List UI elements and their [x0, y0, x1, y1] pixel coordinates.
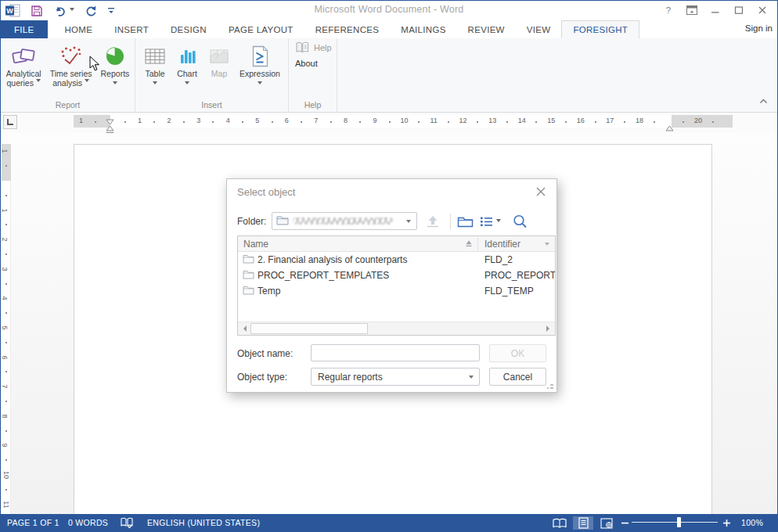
- scroll-right-button[interactable]: [542, 322, 555, 335]
- tab-insert[interactable]: INSERT: [103, 20, 160, 38]
- ruler-number: 18: [636, 117, 643, 124]
- ribbon-group-label: Insert: [135, 100, 288, 110]
- tab-home[interactable]: HOME: [54, 20, 104, 38]
- collapse-ribbon-button[interactable]: [759, 93, 768, 107]
- folder-icon: [243, 286, 254, 297]
- ruler-tick: [5, 195, 7, 196]
- sign-in-link[interactable]: Sign in: [745, 23, 773, 33]
- object-type-dropdown[interactable]: Regular reports: [311, 368, 480, 386]
- horizontal-scrollbar[interactable]: [238, 322, 555, 335]
- dialog-close-button[interactable]: [535, 185, 547, 198]
- web-layout-button[interactable]: [596, 516, 617, 530]
- new-folder-button[interactable]: [457, 214, 474, 229]
- ruler-number: 1: [79, 117, 83, 124]
- chevron-down-icon: [36, 79, 41, 84]
- ribbon-group-insert: TableChartMapExpressionInsert: [135, 38, 289, 112]
- ruler-row: 112345678910111213141516171820: [1, 113, 777, 133]
- page-count-status[interactable]: PAGE 1 OF 1: [7, 518, 59, 527]
- tab-view[interactable]: VIEW: [516, 20, 562, 38]
- scrollbar-thumb[interactable]: [250, 323, 368, 334]
- column-header-identifier[interactable]: Identifier: [484, 239, 520, 250]
- maximize-button[interactable]: [727, 2, 751, 19]
- header-filter-arrow-icon[interactable]: [545, 243, 549, 248]
- about-menu-item[interactable]: About: [292, 57, 337, 70]
- scroll-left-button[interactable]: [238, 322, 251, 335]
- list-item[interactable]: TempFLD_TEMP: [238, 283, 555, 299]
- ruler-number: 10: [2, 471, 10, 479]
- tab-page-layout[interactable]: PAGE LAYOUT: [218, 20, 304, 38]
- folder-dropdown[interactable]: [272, 212, 417, 230]
- ruler-tick: [124, 121, 126, 123]
- tab-review[interactable]: REVIEW: [457, 20, 516, 38]
- object-name-input[interactable]: [311, 344, 480, 361]
- list-rows: 2. Financial analysis of counterpartsFLD…: [238, 252, 555, 299]
- ruler-tick: [359, 121, 361, 123]
- ruler-tick: [595, 121, 596, 123]
- ruler-number: 15: [547, 117, 555, 124]
- list-view-button[interactable]: [479, 214, 501, 229]
- ruler-number: 11: [430, 117, 437, 124]
- zoom-percentage[interactable]: 100%: [741, 518, 763, 527]
- ruler-number: 3: [196, 117, 200, 124]
- help-button[interactable]: ?: [657, 2, 680, 19]
- triangle-right-icon: [546, 325, 553, 332]
- chevron-down-icon: [153, 81, 157, 87]
- sort-ascending-icon: [465, 239, 473, 250]
- ribbon-display-options-button[interactable]: [680, 2, 704, 19]
- expression-icon: [248, 45, 272, 68]
- vertical-ruler[interactable]: 11234567891011: [2, 144, 11, 516]
- list-item[interactable]: PROC_REPORT_TEMPLATESPROC_REPORT_TE: [238, 268, 555, 283]
- analytical-queries-button[interactable]: Analyticalqueries: [2, 42, 45, 89]
- ribbon-group-label: Report: [1, 100, 135, 110]
- proofing-status-icon[interactable]: [117, 516, 137, 530]
- chevron-down-icon: [406, 220, 411, 225]
- column-header-name[interactable]: Name: [243, 239, 268, 250]
- print-layout-button[interactable]: [573, 516, 593, 530]
- tab-design[interactable]: DESIGN: [160, 20, 218, 38]
- chevron-down-icon: [85, 79, 89, 84]
- column-divider[interactable]: [477, 238, 478, 250]
- time-series-analysis-button[interactable]: Time seriesanalysis: [46, 42, 96, 89]
- ruler-number: 12: [459, 117, 467, 124]
- minimize-button[interactable]: [704, 2, 727, 19]
- read-mode-button[interactable]: [549, 516, 570, 530]
- tab-stop-selector[interactable]: [3, 115, 17, 129]
- word-count-status[interactable]: 0 WORDS: [68, 518, 108, 527]
- zoom-in-button[interactable]: [721, 516, 732, 530]
- status-bar: PAGE 1 OF 1 0 WORDS ENGLISH (UNITED STAT…: [1, 514, 777, 531]
- ruler-tick: [535, 121, 537, 123]
- list-item[interactable]: 2. Financial analysis of counterpartsFLD…: [238, 252, 555, 268]
- close-button[interactable]: [751, 2, 774, 19]
- ruler-number: 7: [1, 385, 9, 389]
- tab-references[interactable]: REFERENCES: [304, 20, 391, 38]
- ruler-tick: [477, 121, 478, 123]
- tab-mailings[interactable]: MAILINGS: [390, 20, 456, 38]
- bar-chart-icon: [175, 45, 199, 68]
- ruler-number: 1: [1, 208, 9, 212]
- language-status[interactable]: ENGLISH (UNITED STATES): [147, 518, 260, 527]
- folder-label: Folder:: [237, 216, 266, 227]
- ok-button[interactable]: OK: [489, 344, 546, 362]
- ruler-tick: [212, 121, 214, 123]
- zoom-out-button[interactable]: [619, 516, 630, 530]
- help-book-icon: [295, 41, 310, 54]
- chart-button[interactable]: Chart: [171, 42, 203, 88]
- cancel-button[interactable]: Cancel: [489, 368, 546, 386]
- chevron-down-icon: [113, 81, 117, 87]
- map-button: Map: [204, 42, 235, 80]
- ruler-tick: [242, 121, 243, 123]
- table-button[interactable]: Table: [139, 42, 171, 88]
- tab-file[interactable]: FILE: [1, 20, 48, 38]
- svg-text:?: ?: [666, 5, 671, 15]
- reports-button[interactable]: Reports: [97, 42, 134, 88]
- search-button[interactable]: [512, 214, 528, 229]
- zoom-slider-thumb[interactable]: [677, 517, 681, 527]
- ruler-tick: [5, 165, 7, 167]
- expression-button[interactable]: Expression: [236, 42, 284, 88]
- zoom-slider-track[interactable]: [632, 522, 718, 523]
- dialog-resize-grip[interactable]: [546, 382, 554, 390]
- ruler-number: 2: [167, 117, 171, 124]
- horizontal-ruler[interactable]: 112345678910111213141516171820: [74, 115, 733, 128]
- ruler-tick: [389, 121, 391, 123]
- tab-foresight[interactable]: FORESIGHT: [561, 20, 639, 38]
